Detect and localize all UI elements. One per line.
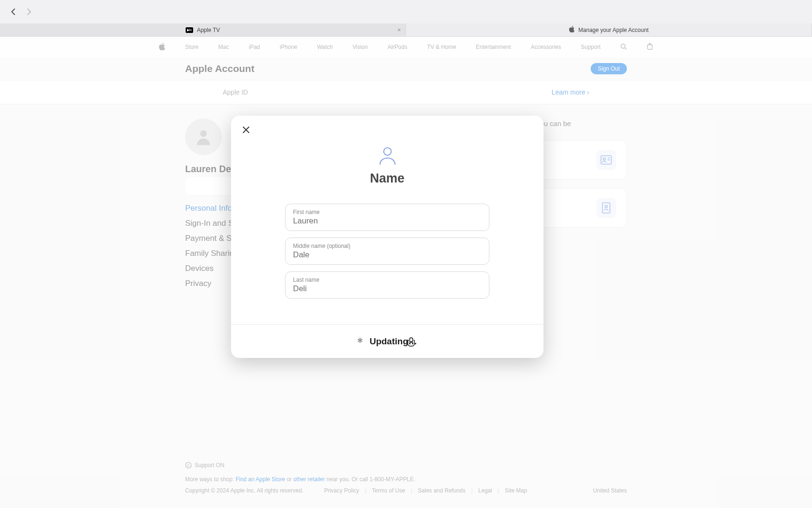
tab-apple-account[interactable]: Manage your Apple Account (406, 24, 812, 36)
forward-button[interactable] (25, 8, 33, 16)
first-name-label: First name (293, 209, 482, 215)
spinner-icon (357, 338, 365, 345)
modal-footer: Updating… (231, 324, 544, 358)
apple-tv-icon: ▶tv (186, 27, 193, 33)
user-icon (376, 144, 398, 167)
tab-label: Manage your Apple Account (578, 27, 648, 33)
back-button[interactable] (9, 8, 17, 16)
first-name-field[interactable]: First name Lauren (285, 204, 490, 231)
modal-title: Name (264, 171, 511, 186)
browser-toolbar (0, 0, 812, 24)
svg-point-14 (383, 148, 391, 155)
last-name-value: Deli (293, 284, 482, 294)
name-modal: Name First name Lauren Middle name (opti… (231, 116, 544, 358)
close-button[interactable] (241, 124, 252, 135)
middle-name-field[interactable]: Middle name (optional) Dale (285, 238, 490, 265)
apple-icon (569, 26, 575, 34)
close-icon[interactable]: × (397, 26, 401, 33)
middle-name-label: Middle name (optional) (293, 243, 482, 249)
last-name-label: Last name (293, 277, 482, 283)
middle-name-value: Dale (293, 250, 482, 260)
tab-bar: ▶tv Apple TV × Manage your Apple Account (0, 24, 812, 37)
page-content: Store Mac iPad iPhone Watch Vision AirPo… (0, 37, 812, 508)
tab-apple-tv[interactable]: ▶tv Apple TV × (0, 24, 406, 36)
first-name-value: Lauren (293, 216, 482, 226)
status-label: Updating… (369, 336, 417, 347)
tab-label: Apple TV (197, 27, 220, 33)
last-name-field[interactable]: Last name Deli (285, 271, 490, 299)
